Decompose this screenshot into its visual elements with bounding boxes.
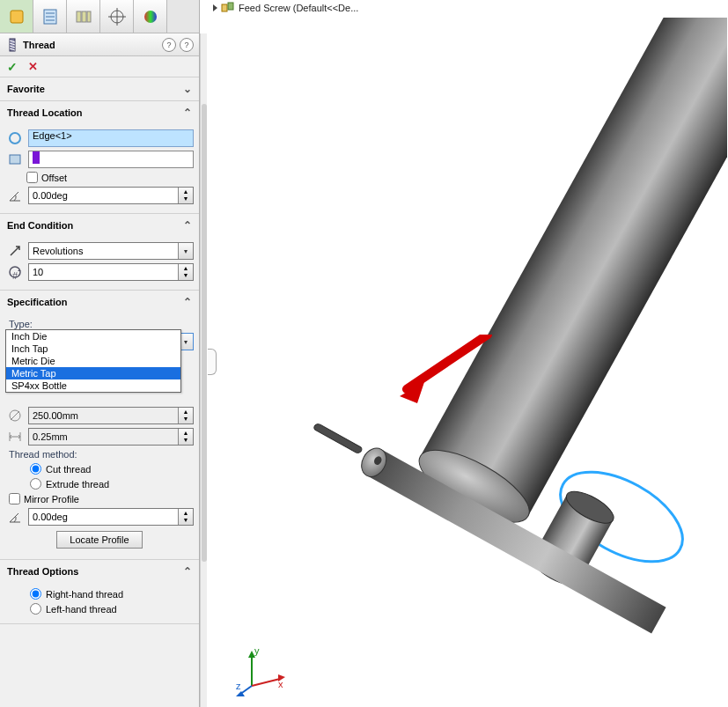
start-location-field[interactable] (28, 151, 194, 168)
chevron-up-icon: ⌃ (183, 219, 192, 232)
specification-section: Specification ⌃ Type: Metric Tap ▾ Inch … (0, 291, 199, 560)
type-option-inch-die[interactable]: Inch Die (6, 330, 180, 342)
pitch-icon (5, 428, 25, 446)
model-render (225, 18, 727, 687)
svg-rect-0 (11, 11, 23, 23)
type-dropdown-list[interactable]: Inch Die Inch Tap Metric Die Metric Tap … (5, 329, 181, 393)
svg-rect-5 (77, 11, 81, 22)
offset-checkbox[interactable]: Offset (4, 170, 195, 185)
end-condition-title: End Condition (7, 220, 73, 231)
part-icon (221, 2, 235, 14)
pm-tab-feature[interactable] (0, 0, 33, 33)
help-icon[interactable]: ? (180, 38, 194, 52)
end-condition-header[interactable]: End Condition ⌃ (0, 214, 199, 237)
extrude-thread-label: Extrude thread (46, 479, 109, 490)
accept-button[interactable]: ✓ (7, 60, 18, 74)
revolutions-icon: # (5, 263, 25, 281)
extrude-thread-radio[interactable]: Extrude thread (4, 476, 195, 491)
svg-text:y: y (254, 645, 260, 656)
cut-thread-radio[interactable]: Cut thread (4, 461, 195, 476)
svg-text:z: z (236, 681, 241, 691)
thread-location-title: Thread Location (7, 107, 83, 118)
property-manager-panel: Thread ? ? ✓ ✕ Favorite ⌄ Thread Locatio… (0, 0, 200, 707)
type-option-inch-tap[interactable]: Inch Tap (6, 342, 180, 355)
pm-tab-config[interactable] (67, 0, 100, 33)
favorite-section: Favorite ⌄ (0, 77, 199, 101)
favorite-header[interactable]: Favorite ⌄ (0, 77, 199, 100)
svg-rect-20 (228, 3, 233, 10)
flyout-tree-bar: Feed Screw (Default<<De... (208, 0, 728, 16)
pm-tab-property[interactable] (33, 0, 67, 33)
thread-location-header[interactable]: Thread Location ⌃ (0, 101, 199, 124)
svg-point-11 (144, 11, 157, 23)
mirror-profile-checkbox-input[interactable] (9, 493, 20, 504)
spinner-icon[interactable]: ▲▼ (178, 509, 193, 525)
cut-thread-label: Cut thread (46, 464, 91, 475)
offset-checkbox-input[interactable] (26, 172, 38, 183)
specification-header[interactable]: Specification ⌃ (0, 291, 199, 313)
spinner-icon[interactable]: ▲▼ (178, 264, 193, 280)
chevron-up-icon: ⌃ (183, 296, 192, 308)
feature-name: Thread (23, 40, 158, 50)
help-minor-icon[interactable]: ? (162, 38, 176, 52)
pm-tab-dimxpert[interactable] (100, 0, 134, 33)
revolutions-value: 10 (33, 267, 43, 277)
svg-rect-21 (420, 18, 727, 516)
svg-text:#: # (12, 270, 18, 280)
svg-rect-19 (222, 4, 227, 11)
appearance-icon (142, 8, 159, 26)
mirror-profile-checkbox[interactable]: Mirror Profile (4, 491, 195, 506)
locate-profile-button[interactable]: Locate Profile (56, 531, 142, 549)
orientation-triad: y x z (234, 644, 287, 696)
thread-options-section: Thread Options ⌃ Right-hand thread Left-… (0, 560, 199, 624)
chevron-up-icon: ⌃ (183, 107, 192, 119)
tree-root-label[interactable]: Feed Screw (Default<<De... (239, 3, 358, 13)
angle-icon (5, 187, 25, 204)
mirror-angle-icon (5, 508, 25, 526)
lh-thread-label: Left-hand thread (46, 604, 117, 615)
end-condition-section: End Condition ⌃ Revolutions ▾ # (0, 214, 199, 291)
rh-thread-radio-input[interactable] (30, 588, 41, 600)
rh-thread-radio[interactable]: Right-hand thread (4, 586, 195, 601)
chevron-down-icon: ⌄ (183, 83, 192, 95)
type-option-metric-tap[interactable]: Metric Tap (6, 367, 180, 379)
method-label: Thread method: (4, 447, 195, 461)
spinner-icon: ▲▼ (178, 429, 193, 445)
type-option-metric-die[interactable]: Metric Die (6, 355, 180, 367)
diameter-icon (5, 407, 25, 424)
svg-rect-28 (313, 423, 363, 454)
accept-cancel-row: ✓ ✕ (0, 56, 199, 77)
expand-tree-icon[interactable] (213, 4, 217, 11)
edge-selection-field[interactable]: Edge<1> (28, 129, 194, 147)
revolutions-field[interactable]: 10 ▲▼ (28, 263, 194, 281)
svg-rect-14 (10, 155, 20, 164)
lh-thread-radio[interactable]: Left-hand thread (4, 601, 195, 616)
extrude-thread-radio-input[interactable] (30, 478, 41, 490)
edge-selector-icon (5, 129, 25, 147)
mirror-angle-value: 0.00deg (33, 512, 68, 522)
end-condition-combo[interactable]: Revolutions ▾ (28, 242, 194, 260)
flyout-handle[interactable] (208, 349, 217, 375)
direction-icon (5, 242, 25, 260)
spinner-icon[interactable]: ▲▼ (178, 188, 193, 203)
mirror-angle-field[interactable]: 0.00deg ▲▼ (28, 508, 194, 526)
panel-scrollbar[interactable] (200, 33, 207, 707)
thread-options-title: Thread Options (7, 566, 78, 577)
optional-swatch (33, 151, 40, 164)
svg-text:x: x (278, 679, 283, 689)
type-option-sp4xx[interactable]: SP4xx Bottle (6, 379, 180, 392)
config-icon (75, 8, 92, 26)
svg-rect-7 (87, 11, 91, 22)
svg-point-13 (10, 133, 20, 144)
start-angle-field[interactable]: 0.00deg ▲▼ (28, 187, 194, 204)
pm-tab-display[interactable] (134, 0, 167, 33)
dropdown-arrow-icon: ▾ (178, 243, 193, 259)
cancel-button[interactable]: ✕ (28, 60, 38, 73)
cut-thread-radio-input[interactable] (30, 463, 41, 475)
chevron-up-icon: ⌃ (183, 565, 192, 578)
thread-options-header[interactable]: Thread Options ⌃ (0, 560, 199, 583)
property-icon (41, 8, 59, 26)
lh-thread-radio-input[interactable] (30, 603, 41, 615)
graphics-view[interactable]: Feed Screw (Default<<De... (208, 0, 728, 707)
thread-location-section: Thread Location ⌃ Edge<1> (0, 101, 199, 214)
